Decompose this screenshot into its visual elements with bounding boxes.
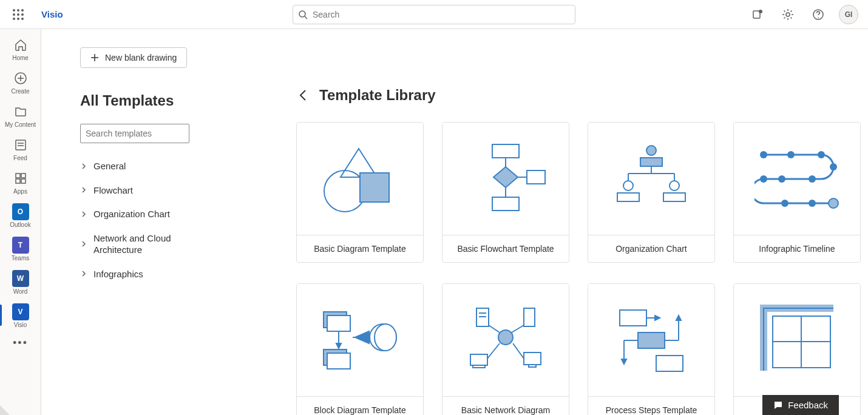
category-label: Network and Cloud Architecture [93,232,203,256]
apps-icon [12,170,29,187]
svg-point-7 [17,18,19,20]
tile-preview [442,123,569,235]
tile-preview [297,284,423,397]
tile-label: Basic Network Diagram [442,397,569,415]
svg-rect-76 [473,365,485,368]
svg-point-0 [13,9,15,12]
template-tile-network[interactable]: Basic Network Diagram [442,283,569,415]
rail-more[interactable]: ••• [0,332,41,353]
category-label: General [93,160,126,172]
feedback-label: Feedback [788,400,828,410]
rail-teams[interactable]: T Teams [0,232,41,265]
template-search-input[interactable] [86,129,184,138]
global-search[interactable] [293,5,575,24]
word-icon: W [12,270,29,287]
app-name[interactable]: Visio [41,9,63,19]
svg-point-38 [646,146,656,155]
library-title: Template Library [319,87,436,104]
whats-new-icon[interactable] [748,5,767,24]
rail-create[interactable]: Create [0,65,41,98]
visio-icon: V [12,303,29,320]
search-icon [298,10,308,19]
svg-point-55 [781,200,788,207]
svg-point-56 [809,200,816,207]
svg-point-4 [17,13,19,16]
more-icon: ••• [13,337,28,349]
avatar[interactable]: GI [839,5,858,24]
waffle-icon [13,9,24,20]
category-general[interactable]: General [80,154,236,178]
rail-word[interactable]: W Word [0,265,41,299]
template-search[interactable] [80,124,189,143]
svg-line-10 [305,16,307,19]
rail-apps[interactable]: Apps [0,165,41,198]
network-icon [463,301,548,380]
new-blank-drawing-button[interactable]: New blank drawing [80,47,187,68]
rail-label: Teams [12,255,29,261]
rail-feed[interactable]: Feed [0,132,41,165]
category-flowchart[interactable]: Flowchart [80,178,236,203]
rail-label: Visio [14,322,27,328]
tile-preview [734,123,860,235]
tile-label: Block Diagram Template [297,397,423,415]
tile-preview [734,284,860,397]
rail-label: Apps [13,188,27,195]
svg-point-3 [13,13,15,16]
process-icon [609,301,694,380]
template-tile-flowchart[interactable]: Basic Flowchart Template [442,122,569,263]
svg-rect-46 [617,193,639,201]
category-infographics[interactable]: Infographics [80,262,236,286]
page-curl-icon [0,405,10,415]
rail-visio[interactable]: V Visio [0,299,41,332]
outlook-icon: O [12,203,29,220]
timeline-icon [754,140,839,218]
svg-rect-31 [492,144,519,158]
svg-point-13 [786,13,790,16]
category-label: Infographics [93,268,143,280]
basic-diagram-icon [317,140,402,218]
chevron-right-icon [80,270,87,277]
template-tile-process[interactable]: Process Steps Template [588,283,715,415]
feedback-button[interactable]: Feedback [762,395,839,415]
template-tile-block[interactable]: Block Diagram Template [296,283,424,415]
svg-rect-78 [524,353,541,365]
svg-point-67 [375,324,396,351]
svg-point-68 [498,330,513,345]
svg-rect-63 [327,353,350,369]
svg-rect-75 [470,354,487,365]
svg-point-45 [670,181,679,191]
left-rail: Home Create My Content Feed Apps O Outlo… [0,29,41,415]
svg-point-51 [830,163,837,170]
settings-icon[interactable] [778,5,798,24]
tile-label: Infographic Timeline [734,235,860,262]
category-label: Organization Chart [93,208,170,220]
template-tile-basic-diagram[interactable]: Basic Diagram Template [296,122,424,263]
svg-point-49 [787,151,795,158]
svg-rect-39 [640,158,662,166]
global-search-input[interactable] [313,10,570,19]
category-network[interactable]: Network and Cloud Architecture [80,226,236,262]
rail-home[interactable]: Home [0,32,41,65]
svg-rect-25 [21,179,25,183]
svg-point-54 [760,175,767,183]
category-orgchart[interactable]: Organization Chart [80,202,236,226]
mycontent-icon [12,103,29,120]
teams-icon: T [12,237,29,254]
svg-rect-24 [16,179,20,183]
category-label: Flowchart [93,184,133,197]
svg-point-5 [21,13,24,16]
rail-label: Outlook [10,221,30,228]
rail-outlook[interactable]: O Outlook [0,198,41,232]
template-tile-timeline[interactable]: Infographic Timeline [733,122,861,263]
svg-rect-84 [638,332,665,348]
tile-label: Organization Chart [588,235,714,262]
app-launcher-waffle[interactable] [6,2,30,27]
help-icon[interactable] [809,5,828,24]
svg-marker-33 [493,167,518,187]
rail-label: My Content [5,121,36,128]
template-tile-orgchart[interactable]: Organization Chart [588,122,715,263]
back-icon[interactable] [296,88,311,103]
svg-rect-79 [529,365,536,367]
rail-mycontent[interactable]: My Content [0,98,41,132]
svg-point-6 [13,18,15,20]
